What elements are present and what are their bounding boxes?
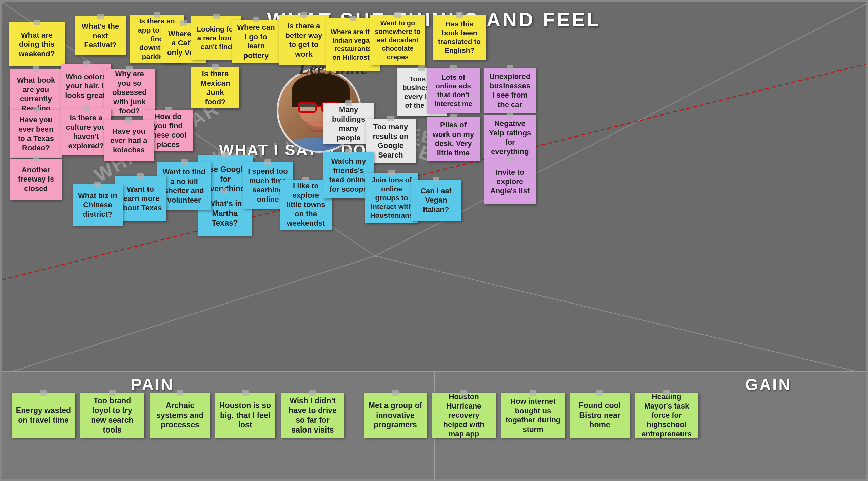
sticky-pu3: Piles of work on my desk. Very little ti… <box>427 117 480 161</box>
sticky-p4: Have you ever been to a Texas Rodeo? <box>10 110 62 158</box>
sticky-pu5: Invite to explore Angie's list <box>484 159 536 204</box>
sticky-b9: Join tons of online groups to interact w… <box>365 173 418 223</box>
pain-label: PAIN <box>131 375 174 394</box>
sticky-bp3: Archaic systems and processes <box>150 393 210 438</box>
sticky-bg5: Heading Mayor's task force for highschoo… <box>635 393 698 438</box>
sticky-bp2: Too brand loyol to try new search tools <box>80 393 144 438</box>
sticky-bg4: Found cool Bistro near home <box>570 393 630 438</box>
sticky-b5: What biz in Chinese district? <box>73 184 123 226</box>
sticky-pu2: Unexplored businesses I see from the car <box>484 68 536 113</box>
sticky-bg2: Houston Hurricane recovery helped with m… <box>432 393 496 438</box>
sticky-p7: Have you ever had a kolaches <box>104 120 154 161</box>
empathy-map-board: WHAT SHE THINKS AND FEEL WHAT I HEAR WHA… <box>0 0 868 481</box>
sticky-y9: Want to go somewhere to eat decadent cho… <box>370 15 425 65</box>
sticky-bp4: Houston is so big, that I feel lost <box>215 393 275 438</box>
sticky-y2: What's the next Festival? <box>75 16 126 55</box>
sticky-p8: Another freeway is closed <box>10 159 62 200</box>
sticky-bp1: Energy wasted on travel time <box>12 393 75 438</box>
sticky-y7: Is there a better way to get to work <box>279 15 329 65</box>
sticky-bg3: How internet bought us together during s… <box>501 393 565 438</box>
sticky-bg1: Met a group of innovative programers <box>364 393 427 438</box>
svg-line-3 <box>375 256 866 375</box>
sticky-y6: Where can I go to learn pottery <box>232 20 280 63</box>
gain-label: GAIN <box>745 375 791 394</box>
sticky-p3: Why are you so obsessed with junk food? <box>104 69 155 116</box>
sticky-y11: Is there Mexican Junk food? <box>191 67 239 108</box>
sticky-y1: What are doing this weekend? <box>9 22 65 66</box>
sticky-pu1: Lots of online ads that don't interest m… <box>427 68 480 113</box>
sticky-pu4: Negative Yelp ratings for everything <box>484 115 536 160</box>
sticky-bp5: Wish I didn't have to drive so far for s… <box>281 393 344 438</box>
svg-line-2 <box>2 256 375 375</box>
sticky-b10: Can I eat Vegan Italian? <box>411 180 461 221</box>
bottom-section: PAIN GAIN Energy wasted on travel time T… <box>2 371 866 479</box>
sticky-y10: Has this book been translated to English… <box>433 15 486 60</box>
